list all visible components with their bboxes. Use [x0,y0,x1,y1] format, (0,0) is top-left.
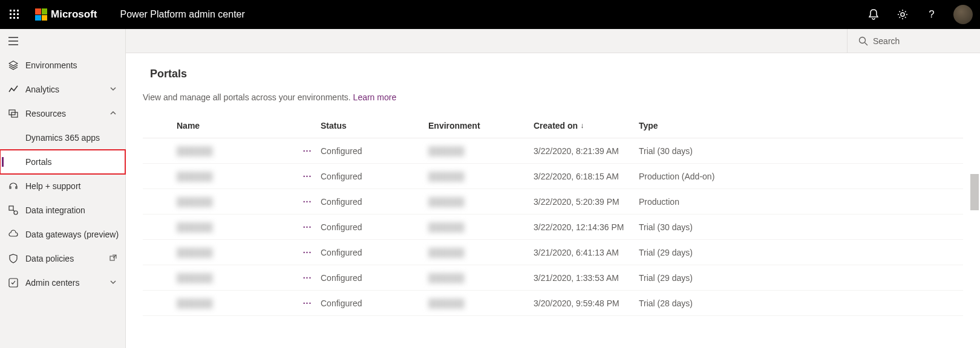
row-actions-button[interactable]: ··· [294,222,321,232]
sidebar-item-admin-centers[interactable]: Admin centers [0,271,125,295]
sidebar: Environments Analytics Resources Dynamic… [0,29,126,348]
gear-icon [897,9,908,20]
table-row[interactable]: ██████···Configured██████3/21/2020, 6:41… [143,240,963,265]
sidebar-item-environments[interactable]: Environments [0,53,125,77]
column-header-status[interactable]: Status [321,121,428,130]
cell-type: Trial (30 days) [639,146,760,156]
cell-type: Production (Add-on) [639,172,760,181]
cell-environment: ██████ [428,222,534,232]
search-placeholder: Search [873,36,900,46]
resources-icon [8,109,18,118]
row-actions-button[interactable]: ··· [294,197,321,207]
sidebar-item-label: Data policies [25,254,102,263]
cell-type: Trial (29 days) [639,248,760,257]
table-row[interactable]: ██████···Configured██████3/20/2020, 9:59… [143,291,963,316]
sidebar-item-data-integration[interactable]: Data integration [0,198,125,222]
cell-status: Configured [321,273,428,283]
question-icon: ? [929,8,934,21]
microsoft-logo[interactable]: Microsoft [29,8,103,21]
sort-descending-icon: ↓ [580,121,584,130]
sidebar-item-help-support[interactable]: Help + support [0,174,125,198]
row-actions-button[interactable]: ··· [294,248,321,257]
row-actions-button[interactable]: ··· [294,172,321,181]
sidebar-item-label: Portals [25,157,125,167]
sidebar-item-portals[interactable]: Portals [0,150,125,174]
notifications-button[interactable] [859,0,888,29]
column-header-created[interactable]: Created on↓ [534,121,639,130]
table-row[interactable]: ██████···Configured██████3/22/2020, 6:18… [143,164,963,189]
svg-rect-4 [13,13,15,15]
sidebar-item-label: Analytics [25,85,102,94]
page-title: Portals [150,68,963,80]
scrollbar-thumb[interactable] [970,174,979,210]
search-input[interactable]: Search [847,29,980,53]
headset-icon [8,181,18,191]
microsoft-brand-text: Microsoft [51,8,97,21]
cell-status: Configured [321,248,428,257]
svg-rect-5 [17,13,19,15]
cell-type: Trial (29 days) [639,273,760,283]
global-header: Microsoft Power Platform admin center ? [0,0,980,29]
row-actions-button[interactable]: ··· [294,273,321,283]
cell-created: 3/22/2020, 5:20:39 PM [534,197,639,207]
cell-status: Configured [321,197,428,207]
cell-environment: ██████ [428,146,534,156]
sidebar-item-analytics[interactable]: Analytics [0,77,125,102]
microsoft-logo-icon [35,8,47,21]
cell-status: Configured [321,298,428,308]
table-row[interactable]: ██████···Configured██████3/21/2020, 1:33… [143,265,963,291]
page-description: View and manage all portals across your … [143,92,963,102]
cell-environment: ██████ [428,197,534,207]
cell-type: Trial (30 days) [639,222,760,232]
sidebar-item-data-gateways[interactable]: Data gateways (preview) [0,222,125,246]
svg-rect-6 [10,17,11,19]
column-header-environment[interactable]: Environment [428,121,534,130]
nav-toggle-button[interactable] [0,29,125,53]
cell-type: Trial (28 days) [639,298,760,308]
settings-button[interactable] [888,0,917,29]
sidebar-item-label: Resources [25,109,102,118]
svg-point-16 [860,37,866,43]
table-row[interactable]: ██████···Configured██████3/22/2020, 8:21… [143,138,963,164]
learn-more-link[interactable]: Learn more [353,92,397,102]
cell-status: Configured [321,172,428,181]
row-actions-button[interactable]: ··· [294,146,321,156]
column-header-type[interactable]: Type [639,121,760,130]
bell-icon [869,9,878,20]
content: Portals View and manage all portals acro… [126,53,980,348]
shield-icon [8,254,18,263]
sidebar-item-label: Dynamics 365 apps [25,133,125,143]
sidebar-item-data-policies[interactable]: Data policies [0,246,125,271]
help-button[interactable]: ? [917,0,946,29]
layers-icon [8,60,18,70]
cell-created: 3/20/2020, 9:59:48 PM [534,298,639,308]
chevron-down-icon [109,85,117,94]
table-row[interactable]: ██████···Configured██████3/22/2020, 12:1… [143,214,963,240]
admin-icon [8,278,18,288]
integration-icon [8,205,18,215]
app-launcher-button[interactable] [0,0,29,29]
svg-rect-3 [10,13,11,15]
column-header-name[interactable]: Name [177,121,321,130]
sidebar-item-label: Environments [25,60,125,70]
cell-created: 3/21/2020, 6:41:13 AM [534,248,639,257]
app-title: Power Platform admin center [120,9,245,20]
table-row[interactable]: ██████···Configured██████3/22/2020, 5:20… [143,189,963,214]
sidebar-item-dynamics-365-apps[interactable]: Dynamics 365 apps [0,126,125,150]
main-area: Search Portals View and manage all porta… [126,29,980,348]
svg-rect-8 [17,17,19,19]
cell-created: 3/21/2020, 1:33:53 AM [534,273,639,283]
svg-rect-14 [110,256,114,260]
sidebar-item-label: Data gateways (preview) [25,230,125,239]
cell-created: 3/22/2020, 8:21:39 AM [534,146,639,156]
sidebar-item-label: Data integration [25,205,125,215]
cell-environment: ██████ [428,248,534,257]
avatar[interactable] [953,5,973,24]
chart-icon [8,85,18,94]
sidebar-item-label: Admin centers [25,278,102,288]
row-actions-button[interactable]: ··· [294,298,321,308]
chevron-up-icon [109,109,117,118]
sidebar-item-resources[interactable]: Resources [0,102,125,126]
cell-created: 3/22/2020, 12:14:36 PM [534,222,639,232]
sidebar-item-label: Help + support [25,181,125,191]
